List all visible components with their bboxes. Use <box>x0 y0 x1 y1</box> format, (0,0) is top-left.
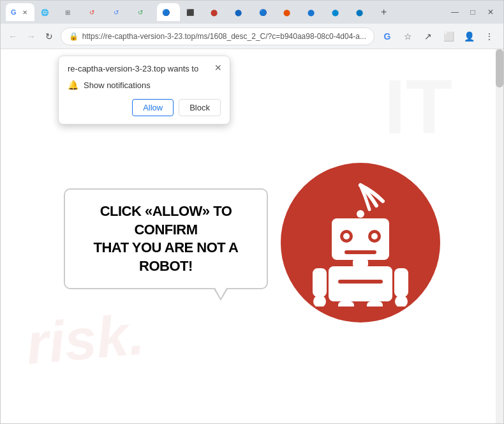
page-inner: CLICK «ALLOW» TO CONFIRM THAT YOU ARE NO… <box>64 176 440 322</box>
browser-frame: G ✕ 🌐 ⊞ ↺ ↺ ↺ 🔵 ⬛ <box>0 0 504 424</box>
robot-container <box>281 163 440 322</box>
tab-favicon-12: ⬤ <box>283 9 290 16</box>
tab-10[interactable]: ⬤ <box>230 3 253 21</box>
tab-favicon-6: ↺ <box>138 9 143 16</box>
tab-12[interactable]: ⬤ <box>278 3 301 21</box>
svg-rect-8 <box>329 266 392 301</box>
popup-buttons: Allow Block <box>68 99 221 116</box>
address-text: https://re-captha-version-3-23.top/ms/16… <box>82 32 366 41</box>
svg-rect-6 <box>345 250 376 254</box>
lock-icon: 🔒 <box>69 32 78 41</box>
tab-favicon-11: 🔵 <box>259 9 267 16</box>
svg-rect-11 <box>394 268 408 297</box>
svg-point-13 <box>395 295 408 307</box>
popup-close-button[interactable]: ✕ <box>212 61 225 74</box>
back-button[interactable]: ← <box>6 27 20 45</box>
tab-favicon-15: ⬤ <box>356 9 363 16</box>
tab-8[interactable]: ⬛ <box>181 3 204 21</box>
tab-13[interactable]: ⬤ <box>302 3 325 21</box>
svg-rect-15 <box>367 301 383 307</box>
tab-1[interactable]: G ✕ <box>6 3 34 21</box>
tab-favicon-8: ⬛ <box>186 9 194 16</box>
tab-favicon-9: ⬤ <box>211 9 218 16</box>
tab-favicon-5: ↺ <box>114 9 119 16</box>
tab-favicon-4: ↺ <box>89 9 94 16</box>
tab-favicon-13: ⬤ <box>308 9 315 16</box>
block-button[interactable]: Block <box>179 99 221 116</box>
tab-favicon-14: ⬤ <box>332 9 339 16</box>
bookmark-icon[interactable]: ☆ <box>399 27 417 45</box>
profile-icon[interactable]: 👤 <box>460 27 478 45</box>
svg-rect-9 <box>338 280 383 284</box>
new-tab-button[interactable]: + <box>375 3 393 21</box>
tab-2[interactable]: 🌐 <box>36 3 59 21</box>
svg-point-0 <box>357 210 364 218</box>
address-input[interactable]: 🔒 https://re-captha-version-3-23.top/ms/… <box>61 27 374 45</box>
bubble-text-line1: CLICK «ALLOW» TO CONFIRM THAT YOU ARE NO… <box>84 202 248 275</box>
tab-6[interactable]: ↺ <box>133 3 156 21</box>
svg-point-12 <box>313 295 326 307</box>
notification-popup: ✕ re-captha-version-3-23.top wants to 🔔 … <box>58 56 230 125</box>
tab-4[interactable]: ↺ <box>84 3 107 21</box>
tab-5[interactable]: ↺ <box>108 3 131 21</box>
menu-icon[interactable]: ⋮ <box>480 27 498 45</box>
tab-favicon-7: 🔵 <box>162 9 170 16</box>
popup-title: re-captha-version-3-23.top wants to <box>68 64 221 73</box>
window-controls: — □ ✕ <box>447 4 498 20</box>
tab-7-active[interactable]: 🔵 <box>157 3 180 21</box>
svg-rect-14 <box>338 301 354 307</box>
refresh-button[interactable]: ↻ <box>42 27 57 45</box>
popup-row: 🔔 Show notifications <box>68 80 221 90</box>
maximize-button[interactable]: □ <box>465 4 480 20</box>
tab-3[interactable]: ⊞ <box>60 3 83 21</box>
share-icon[interactable]: ↗ <box>419 27 437 45</box>
tab-favicon: G <box>11 8 17 16</box>
forward-button[interactable]: → <box>24 27 39 45</box>
tab-favicon-3: ⊞ <box>65 9 70 16</box>
tab-favicon-2: 🌐 <box>41 9 48 16</box>
address-bar: ← → ↻ 🔒 https://re-captha-version-3-23.t… <box>1 24 503 49</box>
tab-9[interactable]: ⬤ <box>205 3 228 21</box>
robot-icon <box>309 179 411 307</box>
allow-button[interactable]: Allow <box>132 99 174 116</box>
svg-rect-10 <box>313 268 327 297</box>
bell-icon: 🔔 <box>68 80 78 90</box>
tab-14[interactable]: ⬤ <box>327 3 350 21</box>
svg-point-5 <box>371 233 378 239</box>
content-area: IT risk. ✕ re-captha-version-3-23.top wa… <box>1 49 503 423</box>
tab-bar: G ✕ 🌐 ⊞ ↺ ↺ ↺ 🔵 ⬛ <box>6 3 445 21</box>
tab-15[interactable]: ⬤ <box>351 3 374 21</box>
google-icon[interactable]: G <box>378 27 396 45</box>
svg-rect-7 <box>353 260 368 266</box>
address-actions: G ☆ ↗ ⬜ 👤 ⋮ <box>378 27 498 45</box>
svg-point-4 <box>343 233 350 239</box>
extension-icon[interactable]: ⬜ <box>440 27 457 45</box>
speech-bubble: CLICK «ALLOW» TO CONFIRM THAT YOU ARE NO… <box>64 188 268 289</box>
tab-favicon-10: ⬤ <box>235 9 242 16</box>
tab-11[interactable]: 🔵 <box>254 3 277 21</box>
minimize-button[interactable]: — <box>447 4 463 20</box>
close-button[interactable]: ✕ <box>483 4 498 20</box>
tab-close-1[interactable]: ✕ <box>20 8 29 17</box>
popup-description: Show notifications <box>84 80 151 90</box>
title-bar: G ✕ 🌐 ⊞ ↺ ↺ ↺ 🔵 ⬛ <box>1 1 503 24</box>
